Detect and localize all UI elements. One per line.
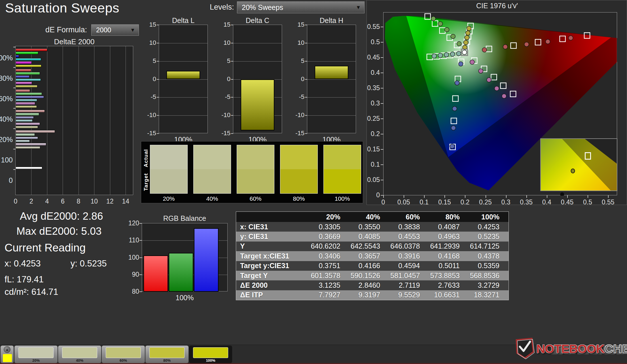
table-row-label: Target Y [236, 271, 310, 280]
cie-y-tick [381, 88, 383, 88]
axis-tick [231, 43, 233, 43]
patch-options-tile: ▲ [1, 346, 14, 363]
patch-tile-swatch [149, 347, 185, 358]
table-cell: 0.4553 [389, 232, 429, 241]
patch-tile-60%[interactable]: 60% [102, 346, 145, 363]
deltae-bar [16, 146, 40, 149]
cie-y-tick [381, 27, 383, 27]
axis-tick [305, 61, 307, 62]
gridline [159, 43, 207, 43]
actual-swatch [150, 145, 187, 169]
deltae-bar [16, 89, 30, 92]
table-cell: 0.4253 [469, 222, 509, 232]
cie-y-tick-label: 0.4 [366, 69, 380, 77]
expand-up-button[interactable]: ▲ [4, 346, 10, 353]
cie-y-tick-label: 0 [366, 191, 380, 199]
table-cell: 0.4378 [469, 251, 509, 261]
y-tick-label: -15 [217, 130, 230, 137]
table-cell: 3.2729 [469, 280, 509, 290]
max-de2000-reading: Max dE2000: 5.03 [16, 225, 101, 237]
patch-tile-100%[interactable]: 100% [189, 346, 232, 363]
deltae-bar [16, 143, 46, 146]
levels-dropdown[interactable]: 20% Sweeps ▼ [237, 1, 365, 13]
patch-tile-label: 20% [14, 358, 58, 363]
patch-tile-40%[interactable]: 40% [58, 346, 101, 363]
table-row: Target x:CIE310.34060.36570.39160.41680.… [236, 251, 509, 261]
patch-tile-80%[interactable]: 80% [145, 346, 188, 363]
swatch-column-label: 20% [150, 195, 188, 202]
y-tick-label: 5 [217, 57, 230, 65]
swatch-column [193, 145, 231, 194]
axis-tick [139, 257, 142, 258]
axis-tick [231, 115, 233, 116]
fl-reading: fL: 179.41 [5, 274, 44, 285]
x-tick-label: 10 [88, 198, 100, 205]
y-tick-label: 15 [291, 21, 304, 28]
gridline [79, 46, 79, 195]
cie-x-tick [444, 195, 445, 198]
cie-y-tick [381, 103, 383, 104]
deltae-bar [16, 75, 29, 78]
table-cell: 0.3657 [349, 251, 389, 261]
table-cell: 2.8460 [349, 280, 389, 290]
group-label: 20% [0, 136, 13, 144]
cie-y-tick [381, 42, 383, 43]
swatch-column [150, 145, 188, 194]
deltae-bar [16, 55, 19, 58]
axis-tick [139, 240, 142, 241]
axis-tick [157, 61, 159, 62]
fl-label: fL: [5, 274, 14, 284]
gridline [307, 43, 356, 43]
table-cell: 9.3197 [349, 290, 389, 300]
gridline [110, 46, 110, 195]
rgb-bar [169, 253, 193, 292]
patch-tile-label: 80% [145, 358, 188, 363]
current-reading-title: Current Reading [5, 242, 86, 254]
cie-y-tick-label: 0.45 [366, 54, 380, 61]
cie-x-tick-label: 0.5 [579, 198, 596, 206]
cie-y-tick [381, 57, 383, 58]
gridline [159, 61, 207, 62]
cie-axis-dot [560, 192, 564, 196]
patch-tile-20%[interactable]: 20% [14, 346, 58, 363]
x-tick-label: 6 [57, 198, 68, 205]
delta-plot: 151050-5-10-15 [307, 25, 356, 133]
cie-zoom-inset [540, 138, 617, 191]
table-cell: 9.5529 [389, 290, 429, 300]
rgb-bar [143, 255, 168, 292]
max-de2000-label: Max dE2000: [16, 225, 78, 237]
cie-x-tick-label: 0.45 [559, 198, 576, 206]
group-label: 100 [0, 156, 13, 164]
y-tick-label: -5 [291, 93, 304, 101]
target-swatch [194, 169, 231, 193]
x-label: x: [5, 259, 11, 268]
measurement-table: 20%40%60%80%100%x: CIE310.33050.35500.38… [236, 211, 509, 300]
table-row-label: Y [236, 242, 310, 251]
brand-notebook-text: NOTEBOOK [536, 342, 604, 356]
y-tick-label: 0 [217, 75, 230, 83]
table-row-label: x: CIE31 [236, 222, 310, 232]
current-patch-swatch [3, 354, 12, 362]
axis-tick [139, 223, 142, 224]
axis-tick [13, 47, 16, 47]
deltae-bar [16, 126, 38, 129]
group-label: 100% [0, 54, 13, 62]
deltae-bar [16, 69, 31, 72]
cie-y-tick [381, 73, 383, 73]
y-tick-label: 90 [126, 271, 139, 278]
x-tick-label: 4 [41, 198, 53, 205]
table-row: Target y:CIE310.37510.41660.45940.50110.… [236, 261, 509, 271]
deltae-bar [16, 61, 32, 64]
cdm2-label: cd/m²: [5, 287, 29, 297]
y-tick-label: 120 [126, 219, 139, 227]
patch-tile-label: 40% [58, 358, 101, 363]
de-formula-dropdown[interactable]: 2000 ▼ [91, 24, 139, 36]
table-cell: 646.0378 [389, 242, 429, 251]
y-tick-label: 15 [217, 21, 230, 28]
levels-dropdown-value: 20% Sweeps [242, 3, 283, 12]
table-row: Target Y601.3578590.1526581.0457573.8853… [236, 271, 509, 280]
cie-x-tick [404, 195, 404, 198]
table-cell: 0.5235 [469, 232, 509, 241]
max-de2000-value: 5.03 [81, 225, 101, 237]
y-tick-label: -15 [291, 130, 304, 137]
